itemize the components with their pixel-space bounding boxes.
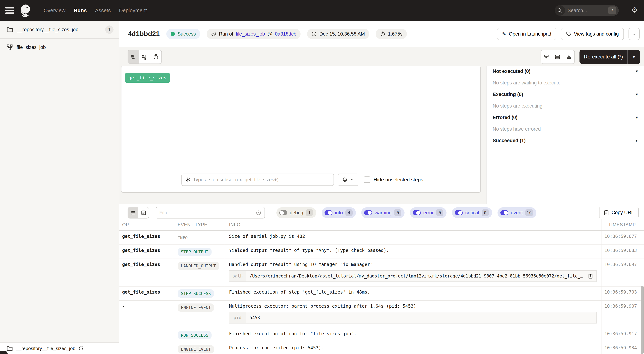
- hamburger-menu-icon[interactable]: [6, 7, 14, 14]
- log-row[interactable]: get_file_sizes STEP_OUTPUT Yielded outpu…: [119, 245, 644, 259]
- log-row[interactable]: get_file_sizes HANDLED_OUTPUT Handled ou…: [119, 259, 644, 286]
- section-caret-icon[interactable]: ▾: [636, 69, 638, 74]
- log-event-type-cell: HANDLED_OUTPUT: [173, 259, 224, 286]
- section-caret-icon[interactable]: ▾: [636, 92, 638, 97]
- reexecute-all-button[interactable]: Re-execute all (*) ▾: [580, 50, 640, 64]
- toggle-label: error: [423, 210, 434, 216]
- log-structured-view-button[interactable]: [138, 207, 149, 218]
- column-header-event-type: EVENT TYPE: [173, 219, 224, 230]
- duration-chip: 1.675s: [376, 29, 407, 39]
- toggle-switch-icon[interactable]: [364, 210, 372, 215]
- gantt-chart-panel: get_file_sizes Hide unselected steps: [121, 66, 481, 193]
- toggle-switch-icon[interactable]: [279, 210, 287, 215]
- pencil-icon: ✎: [502, 31, 506, 37]
- job-link[interactable]: file_sizes_job: [236, 31, 265, 37]
- toggle-label: critical: [465, 210, 479, 216]
- metadata-subtable: pid 5453: [229, 312, 597, 323]
- gear-icon[interactable]: ⚙: [631, 6, 638, 14]
- copy-url-button[interactable]: Copy URL: [599, 207, 638, 218]
- sidebar-item-repository[interactable]: __repository__file_sizes_job 1: [0, 21, 119, 39]
- open-in-launchpad-button[interactable]: ✎ Open in Launchpad: [497, 28, 556, 40]
- search-bar[interactable]: /: [555, 5, 619, 16]
- gantt-view-mode-control: [128, 50, 162, 64]
- step-subset-inputbox[interactable]: [182, 173, 334, 186]
- log-table-body: get_file_sizes INFO Size of serial_job.p…: [119, 231, 644, 354]
- timer-view-button[interactable]: [150, 50, 162, 64]
- hide-unselected-checkbox[interactable]: [364, 176, 370, 183]
- header-more-chevron-button[interactable]: [628, 28, 640, 40]
- reexecute-dropdown-caret[interactable]: ▾: [628, 50, 640, 64]
- repository-label: __repository__file_sizes_job: [17, 27, 78, 33]
- log-op-cell: -: [119, 328, 173, 342]
- log-list-view-button[interactable]: [128, 207, 138, 218]
- waterfall-icon: [142, 54, 148, 60]
- view-tags-config-button[interactable]: View tags and config: [561, 28, 624, 40]
- search-input[interactable]: [565, 8, 608, 13]
- column-header-op: OP: [119, 219, 173, 230]
- section-errored: Errored (0) ▾ No steps have errored: [486, 112, 644, 135]
- timer-icon: [153, 54, 159, 60]
- toggle-switch-icon[interactable]: [455, 210, 463, 215]
- log-row[interactable]: get_file_sizes INFO Size of serial_job.p…: [119, 231, 644, 245]
- path-link[interactable]: /Users/erincochran/Desktop/asset_tutoria…: [250, 274, 585, 279]
- toggle-warning[interactable]: warning 0: [361, 207, 405, 218]
- toggle-count-badge: 0: [436, 209, 443, 216]
- toggle-count-badge: 1: [306, 209, 313, 216]
- sidebar-item-job[interactable]: file_sizes_job: [0, 39, 119, 56]
- stopwatch-icon: [380, 31, 386, 37]
- toggle-switch-icon[interactable]: [500, 210, 508, 215]
- success-dot-icon: [171, 32, 175, 36]
- log-info-cell: Finished execution of run for "file_size…: [224, 328, 602, 342]
- log-event-type-cell: INFO: [173, 231, 224, 245]
- top-nav: OverviewRunsAssetsDeployment / ⚙: [0, 0, 644, 21]
- section-caret-icon[interactable]: ▸: [636, 138, 638, 143]
- clear-filter-icon[interactable]: [256, 210, 261, 216]
- log-op-cell: -: [119, 342, 173, 354]
- log-info-cell: Process for run exited (pid: 5453).: [224, 342, 602, 354]
- search-shortcut-badge: /: [608, 7, 616, 15]
- metadata-key: pid: [230, 312, 246, 323]
- nav-link-deployment[interactable]: Deployment: [119, 8, 147, 14]
- step-subset-input[interactable]: [193, 177, 330, 183]
- section-succeeded: Succeeded (1) ▸: [486, 135, 644, 146]
- log-event-type-cell: ENGINE_EVENT: [173, 342, 224, 354]
- primary-nav: OverviewRunsAssetsDeployment: [44, 8, 147, 14]
- collapse-bottom-panel-button[interactable]: [541, 50, 552, 64]
- log-row[interactable]: - ENGINE_EVENT Process for run exited (p…: [119, 342, 644, 354]
- split-panels-button[interactable]: [552, 50, 563, 64]
- toggle-info[interactable]: info 4: [322, 207, 356, 218]
- dagster-logo[interactable]: [19, 3, 33, 18]
- toggle-switch-icon[interactable]: [324, 210, 332, 215]
- flat-gantt-view-button[interactable]: [128, 50, 139, 64]
- log-row[interactable]: - ENGINE_EVENT Multiprocess executor: pa…: [119, 301, 644, 328]
- toggle-switch-icon[interactable]: [413, 210, 421, 215]
- toggle-error[interactable]: error 0: [410, 207, 446, 218]
- nav-link-assets[interactable]: Assets: [95, 8, 111, 14]
- log-row[interactable]: - RUN_SUCCESS Finished execution of run …: [119, 328, 644, 342]
- graph-query-toggle-button[interactable]: [338, 173, 358, 186]
- nav-link-overview[interactable]: Overview: [44, 8, 66, 14]
- section-caret-icon[interactable]: ▾: [636, 115, 638, 120]
- log-info-cell: Yielded output "result" of type "Any". (…: [224, 245, 602, 259]
- log-info-cell: Multiprocess executor: parent process ex…: [224, 301, 602, 328]
- toggle-critical[interactable]: critical 0: [452, 207, 492, 218]
- log-filter-inputbox[interactable]: [156, 207, 265, 219]
- toggle-event[interactable]: event 16: [498, 207, 536, 218]
- collapse-top-panel-button[interactable]: [563, 50, 574, 64]
- copy-path-icon[interactable]: [588, 274, 593, 279]
- log-filter-input[interactable]: [159, 210, 256, 216]
- nav-link-runs[interactable]: Runs: [74, 8, 87, 14]
- waterfall-view-button[interactable]: [139, 50, 150, 64]
- vertical-scrollbar[interactable]: [641, 286, 644, 354]
- toggle-debug[interactable]: debug 1: [276, 207, 316, 218]
- log-timestamp-cell: 10:36:59.677: [602, 231, 644, 245]
- log-info-cell: Size of serial_job.py is 482: [224, 231, 602, 245]
- structured-log-icon: [141, 210, 146, 216]
- log-row[interactable]: get_file_sizes STEP_SUCCESS Finished exe…: [119, 286, 644, 301]
- refresh-icon[interactable]: [78, 346, 84, 351]
- log-op-cell: -: [119, 301, 173, 328]
- bottom-left-artifact: [0, 351, 8, 354]
- gantt-step-get-file-sizes[interactable]: get_file_sizes: [125, 73, 170, 83]
- commit-link[interactable]: 0a318dcb: [275, 31, 296, 37]
- log-event-type-cell: ENGINE_EVENT: [173, 301, 224, 328]
